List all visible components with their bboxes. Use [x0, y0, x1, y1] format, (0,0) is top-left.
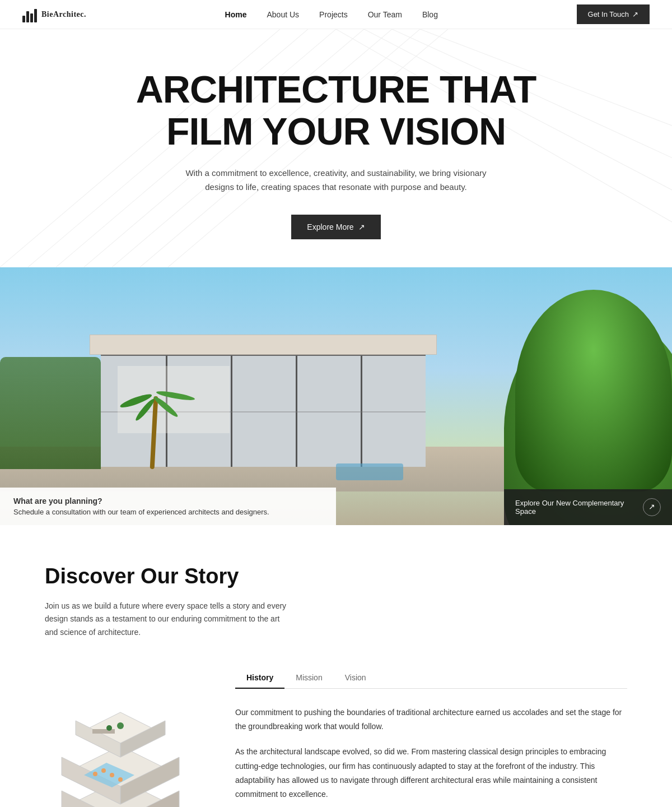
hero-title: ARCHITECTURE THAT FILM YOUR VISION — [22, 68, 650, 152]
story-content: History Mission Vision Our commitment to… — [45, 667, 627, 807]
explore-more-button[interactable]: Explore More ↗ — [291, 215, 380, 239]
building-3d-illustration — [45, 667, 202, 807]
nav-team[interactable]: Our Team — [368, 10, 402, 19]
building-section: What are you planning? Schedule a consul… — [0, 267, 672, 525]
svg-rect-30 — [92, 729, 115, 734]
nav-blog[interactable]: Blog — [422, 10, 438, 19]
overlay-right-arrow[interactable]: ↗ — [643, 498, 661, 516]
svg-point-26 — [118, 777, 123, 782]
tab-mission[interactable]: Mission — [284, 667, 333, 688]
svg-point-23 — [93, 772, 97, 776]
nav-links: Home About Us Projects Our Team Blog — [225, 10, 438, 19]
logo[interactable]: BieArchitec. — [22, 7, 86, 22]
history-para2: As the architectural landscape evolved, … — [235, 745, 627, 801]
logo-text: BieArchitec. — [41, 10, 86, 19]
logo-icon — [22, 7, 37, 22]
nav-home[interactable]: Home — [225, 10, 247, 19]
story-subtitle: Join us as we build a future where every… — [45, 600, 291, 639]
navbar: BieArchitec. Home About Us Projects Our … — [0, 0, 672, 29]
nav-about[interactable]: About Us — [267, 10, 300, 19]
story-text: Our commitment to pushing the boundaries… — [235, 706, 627, 801]
overlay-left: What are you planning? Schedule a consul… — [0, 488, 336, 525]
tab-history[interactable]: History — [235, 667, 284, 689]
get-in-touch-button[interactable]: Get In Touch ↗ — [577, 4, 650, 24]
story-section: Discover Our Story Join us as we build a… — [0, 525, 672, 807]
tab-vision[interactable]: Vision — [334, 667, 377, 688]
nav-projects[interactable]: Projects — [319, 10, 348, 19]
svg-point-32 — [117, 722, 124, 729]
svg-point-31 — [106, 725, 112, 731]
hero-subtitle: With a commitment to excellence, creativ… — [174, 166, 498, 194]
svg-point-24 — [101, 768, 106, 773]
tabs: History Mission Vision — [235, 667, 627, 689]
history-para1: Our commitment to pushing the boundaries… — [235, 706, 627, 734]
svg-point-25 — [110, 773, 114, 777]
hero-section: ARCHITECTURE THAT FILM YOUR VISION With … — [0, 29, 672, 267]
overlay-right[interactable]: Explore Our New Complementary Space ↗ — [504, 489, 672, 525]
story-title: Discover Our Story — [45, 564, 627, 588]
story-right: History Mission Vision Our commitment to… — [235, 667, 627, 807]
